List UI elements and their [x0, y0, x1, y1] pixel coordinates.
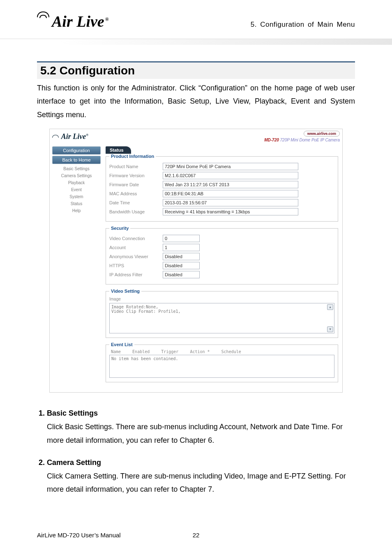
sidebar: Configuration Back to Home Basic Setting…	[50, 144, 103, 392]
firmware-version-field: M2.1.6.02C067	[163, 172, 298, 179]
firmware-version-label: Firmware Version	[109, 173, 163, 178]
ui-brand: Air Live®	[52, 132, 88, 141]
tab-status[interactable]: Status	[106, 146, 131, 154]
product-information-legend: Product Information	[109, 154, 156, 159]
sidebar-item-playback[interactable]: Playback	[52, 179, 101, 186]
point-1-title: Basic Settings	[47, 409, 98, 417]
mac-address-field: 00:1B:FE:04:31:AB	[163, 190, 298, 197]
ip-filter-label: IP Address Filter	[109, 272, 163, 277]
sidebar-header-configuration[interactable]: Configuration	[52, 146, 101, 155]
sidebar-item-event[interactable]: Event	[52, 186, 101, 193]
video-setting-group: Video Setting Image Image Rotated:None, …	[106, 289, 338, 338]
video-line-2: Video Clip Format: Profile1,	[111, 309, 332, 314]
event-col-enabled: Enabled	[132, 349, 150, 354]
event-list-legend: Event List	[109, 342, 134, 347]
mac-address-label: MAC Address	[109, 191, 163, 196]
section-paragraph: This function is only for the Administra…	[37, 81, 355, 121]
https-field: Disabled	[163, 262, 200, 269]
date-time-label: Date Time	[109, 200, 163, 205]
event-list-group: Event List Name Enabled Trigger Action *…	[106, 342, 338, 382]
video-sublegend-image: Image	[109, 297, 334, 301]
security-legend: Security	[109, 226, 130, 231]
bandwidth-field: Receiving = 41 kbps transmitting = 13kbp…	[163, 208, 298, 215]
event-col-action: Action *	[190, 349, 210, 354]
sidebar-item-basic-settings[interactable]: Basic Settings	[52, 165, 101, 172]
footer-page-number: 22	[193, 532, 200, 539]
wifi-icon	[37, 12, 50, 23]
wifi-icon	[52, 135, 59, 139]
point-2-body: Click Camera Setting. There are sub-menu…	[47, 469, 355, 496]
brand-text: Air Live®	[52, 12, 109, 30]
video-setting-legend: Video Setting	[109, 289, 141, 294]
https-label: HTTPS	[109, 263, 163, 268]
bandwidth-label: Bandwidth Usage	[109, 209, 163, 214]
scroll-up-icon[interactable]: ▲	[327, 304, 333, 310]
point-2-title: Camera Setting	[47, 458, 101, 467]
point-1-body: Click Basic Settings. There are sub-menu…	[47, 420, 355, 447]
account-label: Account	[109, 245, 163, 250]
product-name-field: 720P Mini Dome PoE IP Camera	[163, 163, 298, 170]
security-group: Security Video Connection 0 Account 1 An…	[106, 226, 338, 284]
sidebar-item-camera-settings[interactable]: Camera Settings	[52, 172, 101, 179]
video-line-1: Image Rotated:None,	[111, 305, 332, 309]
sidebar-item-system[interactable]: System	[52, 193, 101, 200]
config-screenshot: Air Live® www.airlive.com MD-720 720P Mi…	[49, 129, 343, 393]
brand-logo: Air Live®	[37, 12, 109, 30]
event-col-name: Name	[111, 349, 121, 354]
header-section-label: 5. Configuration of Main Menu	[251, 21, 355, 29]
product-title: MD-720 720P Mini Dome PoE IP Camera	[264, 138, 340, 142]
product-name-label: Product Name	[109, 164, 163, 169]
url-pill[interactable]: www.airlive.com	[304, 131, 340, 136]
ip-filter-field: Disabled	[163, 271, 200, 278]
event-col-trigger: Trigger	[161, 349, 178, 354]
video-connection-label: Video Connection	[109, 236, 163, 241]
scroll-down-icon[interactable]: ▼	[327, 326, 333, 332]
product-information-group: Product Information Product Name 720P Mi…	[106, 154, 338, 222]
sidebar-header-back-home[interactable]: Back to Home	[52, 156, 101, 164]
account-field: 1	[163, 244, 200, 251]
header-divider	[0, 39, 392, 45]
event-list-empty: No item has been contained.	[111, 356, 178, 361]
video-setting-box: Image Rotated:None, Video Clip Format: P…	[109, 303, 334, 333]
firmware-date-label: Firmware Date	[109, 182, 163, 187]
anonymous-viewer-field: Disabled	[163, 253, 200, 260]
video-connection-field: 0	[163, 235, 200, 242]
event-col-schedule: Schedule	[221, 349, 241, 354]
anonymous-viewer-label: Anonymous Viewer	[109, 254, 163, 259]
footer-left: AirLive MD-720 User’s Manual	[37, 532, 121, 539]
event-list-box: No item has been contained.	[109, 355, 334, 378]
sidebar-item-status[interactable]: Status	[52, 200, 101, 207]
date-time-field: 2013-01-28 15:56:07	[163, 199, 298, 206]
sidebar-item-help[interactable]: Help	[52, 207, 101, 214]
firmware-date-field: Wed Jan 23 11:27:16 CST 2013	[163, 181, 298, 188]
section-title: 5.2 Configuration	[37, 61, 355, 79]
